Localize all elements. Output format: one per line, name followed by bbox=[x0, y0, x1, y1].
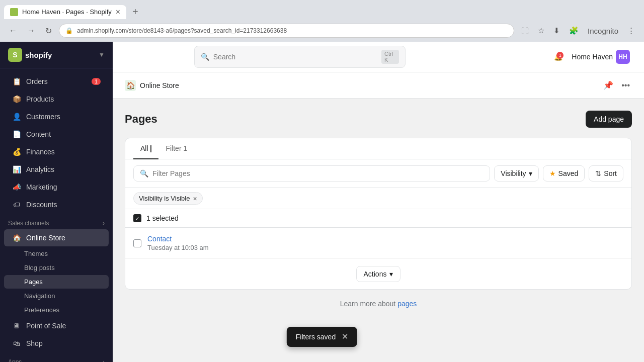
tab-all[interactable]: All bbox=[133, 138, 158, 159]
sidebar-item-online-store[interactable]: 🏠 Online Store bbox=[4, 229, 109, 246]
store-name: Home Haven bbox=[572, 53, 613, 61]
marketing-icon: 📣 bbox=[12, 183, 21, 192]
analytics-label: Analytics bbox=[26, 165, 54, 173]
orders-icon: 📋 bbox=[12, 77, 21, 86]
active-tab[interactable]: Home Haven · Pages · Shopify × bbox=[4, 5, 126, 19]
apps-chevron: › bbox=[103, 358, 105, 362]
learn-more-prefix: Learn more about bbox=[340, 300, 397, 308]
products-label: Products bbox=[26, 95, 54, 103]
row-content-contact: Contact Tuesday at 10:03 am bbox=[147, 235, 623, 251]
bookmark-button[interactable]: ☆ bbox=[535, 24, 547, 37]
shopify-logo[interactable]: S shopify bbox=[8, 48, 52, 62]
online-store-header-icon: 🏠 bbox=[125, 80, 136, 91]
navigation-label: Navigation bbox=[24, 292, 55, 300]
sidebar-item-content[interactable]: 📄 Content bbox=[4, 126, 109, 143]
remove-filter-button[interactable]: × bbox=[193, 195, 197, 202]
sidebar-item-analytics[interactable]: 📊 Analytics bbox=[4, 161, 109, 178]
sidebar-item-customers[interactable]: 👤 Customers bbox=[4, 108, 109, 125]
actions-button[interactable]: Actions ▾ bbox=[356, 266, 401, 282]
browser-tabs: Home Haven · Pages · Shopify × + bbox=[0, 0, 644, 20]
row-title-contact[interactable]: Contact bbox=[147, 235, 623, 243]
sidebar-item-products[interactable]: 📦 Products bbox=[4, 90, 109, 108]
reload-button[interactable]: ↻ bbox=[42, 24, 55, 38]
store-avatar: HH bbox=[616, 50, 630, 64]
more-button[interactable]: ••• bbox=[619, 78, 632, 92]
pages-card: All Filter 1 🔍 bbox=[125, 138, 632, 290]
sort-label: Sort bbox=[604, 169, 617, 177]
online-store-label: Online Store bbox=[26, 234, 65, 242]
search-box[interactable]: 🔍 Ctrl K bbox=[194, 46, 406, 68]
filter-tags: Visibility is Visible × bbox=[125, 188, 631, 209]
sidebar-item-navigation[interactable]: Navigation bbox=[4, 289, 109, 303]
store-badge[interactable]: Home Haven HH bbox=[568, 48, 634, 66]
browser-nav: ← → ↻ 🔒 admin.shopify.com/store/de8143-a… bbox=[0, 20, 644, 42]
add-page-button[interactable]: Add page bbox=[586, 111, 632, 128]
marketing-label: Marketing bbox=[26, 183, 57, 191]
tab-close-button[interactable]: × bbox=[116, 8, 120, 16]
visibility-filter-button[interactable]: Visibility ▾ bbox=[494, 165, 538, 182]
finances-label: Finances bbox=[26, 148, 55, 156]
extensions-button[interactable]: 🧩 bbox=[566, 24, 582, 37]
sidebar-item-blog-posts[interactable]: Blog posts bbox=[4, 261, 109, 275]
main-content: 🔍 Ctrl K 🔔 1 Home Haven HH 🏠 Online S bbox=[113, 42, 644, 362]
search-icon: 🔍 bbox=[201, 53, 209, 61]
cast-button[interactable]: ⛶ bbox=[518, 25, 532, 37]
sidebar-item-shop[interactable]: 🛍 Shop bbox=[4, 335, 109, 352]
selected-count: 1 selected bbox=[146, 214, 179, 222]
sidebar-item-marketing[interactable]: 📣 Marketing bbox=[4, 178, 109, 196]
forward-button[interactable]: → bbox=[24, 24, 38, 37]
pages-label: Pages bbox=[24, 278, 43, 286]
filter-input-wrap[interactable]: 🔍 bbox=[133, 165, 490, 182]
orders-label: Orders bbox=[26, 77, 48, 85]
filter-input[interactable] bbox=[152, 169, 484, 177]
sidebar-item-pages[interactable]: Pages bbox=[4, 275, 109, 289]
tab-filter1[interactable]: Filter 1 bbox=[158, 138, 194, 159]
learn-more: Learn more about pages bbox=[125, 290, 632, 318]
search-shortcut: Ctrl K bbox=[381, 50, 399, 64]
url-bar[interactable]: 🔒 admin.shopify.com/store/de8143-a6/page… bbox=[59, 24, 514, 38]
search-input[interactable] bbox=[213, 53, 377, 61]
download-button[interactable]: ⬇ bbox=[550, 24, 563, 37]
actions-chevron-icon: ▾ bbox=[389, 270, 393, 278]
finances-icon: 💰 bbox=[12, 147, 21, 156]
browser-actions: ⛶ ☆ ⬇ 🧩 Incognito ⋮ bbox=[518, 24, 638, 37]
shopify-logo-text: shopify bbox=[25, 51, 52, 59]
content-icon: 📄 bbox=[12, 130, 21, 139]
sidebar-item-preferences[interactable]: Preferences bbox=[4, 303, 109, 317]
sidebar: S shopify ▼ 📋 Orders 1 📦 Products 👤 Cust… bbox=[0, 42, 113, 362]
selected-row: ✓ 1 selected bbox=[125, 209, 631, 228]
back-button[interactable]: ← bbox=[6, 24, 20, 37]
active-filter-text: Visibility is Visible bbox=[139, 195, 190, 202]
tabs: All Filter 1 bbox=[125, 138, 631, 159]
visibility-label: Visibility bbox=[501, 169, 526, 177]
toast-message: Filters saved bbox=[296, 333, 336, 341]
customers-icon: 👤 bbox=[12, 112, 21, 121]
select-all-checkbox[interactable]: ✓ bbox=[133, 214, 141, 222]
topbar: 🔍 Ctrl K 🔔 1 Home Haven HH bbox=[113, 42, 644, 72]
browser-chrome: Home Haven · Pages · Shopify × + ← → ↻ 🔒… bbox=[0, 0, 644, 42]
saved-button[interactable]: ★ Saved bbox=[543, 165, 585, 182]
online-store-icon: 🏠 bbox=[12, 233, 21, 242]
new-tab-button[interactable]: + bbox=[128, 4, 142, 20]
content-area: 🏠 Online Store 📌 ••• Pages Add page bbox=[113, 72, 644, 362]
tab-title: Home Haven · Pages · Shopify bbox=[22, 8, 112, 16]
menu-button[interactable]: ⋮ bbox=[624, 24, 638, 37]
incognito-button[interactable]: Incognito bbox=[585, 25, 621, 37]
active-filter-tag: Visibility is Visible × bbox=[133, 192, 203, 205]
sort-icon: ⇅ bbox=[595, 169, 601, 177]
learn-more-link[interactable]: pages bbox=[397, 300, 417, 308]
sidebar-item-finances[interactable]: 💰 Finances bbox=[4, 143, 109, 160]
app: S shopify ▼ 📋 Orders 1 📦 Products 👤 Cust… bbox=[0, 42, 644, 362]
sidebar-item-themes[interactable]: Themes bbox=[4, 247, 109, 260]
notification-button[interactable]: 🔔 1 bbox=[554, 53, 562, 61]
sidebar-item-discounts[interactable]: 🏷 Discounts bbox=[4, 196, 109, 213]
preferences-label: Preferences bbox=[24, 306, 59, 314]
row-checkbox-contact[interactable] bbox=[133, 239, 141, 247]
sidebar-item-point-of-sale[interactable]: 🖥 Point of Sale bbox=[4, 317, 109, 334]
toast-close-button[interactable]: ✕ bbox=[342, 333, 348, 341]
sort-button[interactable]: ⇅ Sort bbox=[589, 165, 623, 182]
pin-button[interactable]: 📌 bbox=[601, 78, 615, 92]
analytics-icon: 📊 bbox=[12, 165, 21, 174]
sidebar-item-orders[interactable]: 📋 Orders 1 bbox=[4, 73, 109, 90]
sidebar-toggle[interactable]: ▼ bbox=[99, 51, 105, 58]
